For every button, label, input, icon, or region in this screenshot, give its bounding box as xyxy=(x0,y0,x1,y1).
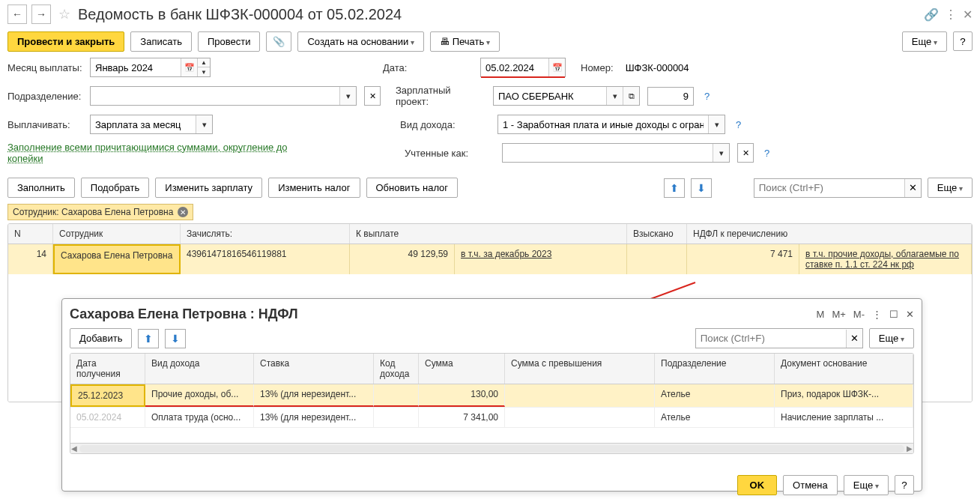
link-icon[interactable]: 🔗 xyxy=(924,7,939,22)
pay-dropdown-icon[interactable]: ▾ xyxy=(196,115,212,133)
pick-button[interactable]: Подобрать xyxy=(81,178,149,198)
post-button[interactable]: Провести xyxy=(198,31,261,52)
popup-kebab-icon[interactable]: ⋮ xyxy=(872,309,882,320)
popup-footer-more-button[interactable]: Еще xyxy=(844,475,889,495)
ptd-code xyxy=(374,408,419,427)
actions-more-button[interactable]: Еще xyxy=(928,178,973,198)
print-button[interactable]: 🖶 Печать xyxy=(430,31,500,52)
move-up-button[interactable]: ⬆ xyxy=(664,178,685,198)
accounted-label: Учтенные как: xyxy=(405,148,494,159)
fill-settings-link[interactable]: Заполнение всеми причитающимися суммами,… xyxy=(7,142,307,164)
pth-rate[interactable]: Ставка xyxy=(254,354,374,384)
move-down-button[interactable]: ⬇ xyxy=(691,178,712,198)
popup-move-down-button[interactable]: ⬇ xyxy=(165,329,186,348)
star-icon[interactable]: ☆ xyxy=(58,6,70,22)
change-salary-button[interactable]: Изменить зарплату xyxy=(155,178,262,198)
search-input[interactable] xyxy=(754,179,904,196)
pth-sum[interactable]: Сумма xyxy=(419,354,505,384)
popup-row[interactable]: 25.12.2023 Прочие доходы, об... 13% (для… xyxy=(70,384,913,408)
mem-mplus-icon[interactable]: М+ xyxy=(832,309,845,320)
scroll-right-icon[interactable]: ▶ xyxy=(906,444,913,453)
table-row[interactable]: 14 Сахарова Елена Петровна 4396147181654… xyxy=(8,244,972,274)
scroll-left-icon[interactable]: ◀ xyxy=(70,444,78,453)
income-type-input[interactable] xyxy=(498,116,708,133)
income-help-icon[interactable]: ? xyxy=(736,119,741,130)
fill-button[interactable]: Заполнить xyxy=(7,178,75,198)
pth-type[interactable]: Вид дохода xyxy=(145,354,254,384)
popup-search-input[interactable] xyxy=(696,330,846,347)
popup-search-clear-button[interactable]: ✕ xyxy=(846,330,862,348)
close-icon[interactable]: ✕ xyxy=(963,7,973,22)
income-dropdown-icon[interactable]: ▾ xyxy=(708,115,725,133)
popup-move-up-button[interactable]: ⬆ xyxy=(138,329,159,348)
th-account[interactable]: Зачислять: xyxy=(181,224,350,244)
pay-input[interactable] xyxy=(91,116,196,133)
month-down-icon[interactable]: ▼ xyxy=(198,67,210,76)
month-input[interactable] xyxy=(91,59,181,76)
dept-dropdown-icon[interactable]: ▾ xyxy=(339,87,356,105)
popup-add-button[interactable]: Добавить xyxy=(70,328,132,348)
more-button[interactable]: Еще xyxy=(902,31,947,52)
td-n: 14 xyxy=(8,244,53,274)
printer-icon: 🖶 xyxy=(440,36,450,47)
project-input[interactable] xyxy=(494,88,606,105)
accounted-help-icon[interactable]: ? xyxy=(764,148,769,159)
help-button[interactable]: ? xyxy=(953,31,973,51)
popup-ok-button[interactable]: OK xyxy=(737,475,778,495)
ptd-dept: Ателье xyxy=(655,384,775,407)
update-tax-button[interactable]: Обновить налог xyxy=(366,178,459,198)
mem-m-icon[interactable]: М xyxy=(817,309,825,320)
create-based-button[interactable]: Создать на основании xyxy=(297,31,424,52)
calendar-icon[interactable]: 📅 xyxy=(181,58,197,76)
project-num-input[interactable] xyxy=(648,88,693,105)
td-employee[interactable]: Сахарова Елена Петровна xyxy=(53,244,181,274)
td-pay-link[interactable]: в т.ч. за декабрь 2023 xyxy=(461,249,551,259)
mem-mminus-icon[interactable]: М- xyxy=(853,309,865,320)
project-help-icon[interactable]: ? xyxy=(704,91,710,102)
nav-forward-button[interactable]: → xyxy=(31,4,51,24)
filter-chip-close-icon[interactable]: ✕ xyxy=(178,207,188,217)
th-collected[interactable]: Взыскано xyxy=(627,224,687,244)
pth-date[interactable]: Дата получения xyxy=(70,354,145,384)
ptd-sum: 130,00 xyxy=(419,384,505,407)
popup-row[interactable]: 05.02.2024 Оплата труда (осно... 13% (дл… xyxy=(70,408,913,428)
ptd-type: Оплата труда (осно... xyxy=(145,408,254,427)
accounted-clear-button[interactable]: ✕ xyxy=(737,143,754,163)
pth-doc[interactable]: Документ основание xyxy=(775,354,913,384)
post-close-button[interactable]: Провести и закрыть xyxy=(7,31,124,52)
accounted-dropdown-icon[interactable]: ▾ xyxy=(713,144,729,162)
popup-maximize-icon[interactable]: ☐ xyxy=(889,309,898,320)
kebab-icon[interactable]: ⋮ xyxy=(945,7,957,22)
change-tax-button[interactable]: Изменить налог xyxy=(268,178,360,198)
th-n[interactable]: N xyxy=(8,224,53,244)
filter-chip: Сотрудник: Сахарова Елена Петровна ✕ xyxy=(7,204,193,220)
filter-chip-value: Сахарова Елена Петровна xyxy=(61,207,173,217)
th-ndfl[interactable]: НДФЛ к перечислению xyxy=(687,224,972,244)
dept-input[interactable] xyxy=(91,88,339,105)
dept-clear-button[interactable]: ✕ xyxy=(364,86,381,106)
search-clear-button[interactable]: ✕ xyxy=(904,179,921,197)
attach-button[interactable]: 📎 xyxy=(266,31,291,52)
pth-dept[interactable]: Подразделение xyxy=(655,354,775,384)
date-calendar-icon[interactable]: 📅 xyxy=(548,58,565,76)
th-pay[interactable]: К выплате xyxy=(350,224,627,244)
popup-more-button[interactable]: Еще xyxy=(869,328,914,348)
td-ndfl-amount: 7 471 xyxy=(687,244,799,274)
popup-help-button[interactable]: ? xyxy=(895,475,914,495)
month-up-icon[interactable]: ▲ xyxy=(198,58,210,67)
project-open-icon[interactable]: ⧉ xyxy=(623,87,639,105)
th-employee[interactable]: Сотрудник xyxy=(53,224,181,244)
popup-h-scrollbar[interactable]: ◀ ▶ xyxy=(70,443,913,453)
dept-label: Подразделение: xyxy=(7,91,82,102)
pth-code[interactable]: Код дохода xyxy=(374,354,419,384)
accounted-input[interactable] xyxy=(503,145,713,162)
popup-close-icon[interactable]: ✕ xyxy=(906,309,914,320)
td-ndfl-link[interactable]: в т.ч. прочие доходы, облагаемые по став… xyxy=(805,249,959,270)
project-dropdown-icon[interactable]: ▾ xyxy=(606,87,623,105)
date-input[interactable] xyxy=(481,59,548,76)
nav-back-button[interactable]: ← xyxy=(7,4,27,24)
popup-cancel-button[interactable]: Отмена xyxy=(783,475,838,495)
save-button[interactable]: Записать xyxy=(130,31,192,52)
ptd-date[interactable]: 25.12.2023 xyxy=(70,384,145,407)
pth-excess[interactable]: Сумма с превышения xyxy=(505,354,655,384)
